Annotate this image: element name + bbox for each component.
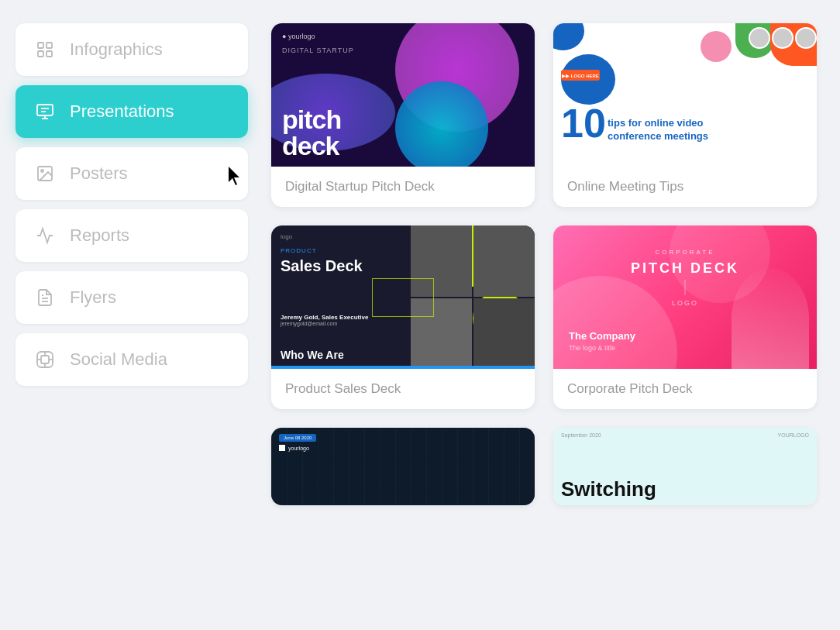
sales-title: Sales Deck	[281, 256, 363, 275]
flyers-icon	[33, 285, 57, 310]
svg-rect-2	[38, 51, 43, 57]
presentation-icon	[33, 99, 57, 124]
corporate-person-photo	[732, 268, 809, 369]
main-content: ● yourlogo digital startup pitchdeck Dig…	[263, 0, 840, 630]
thumb-product-sales: logo PRODUCT Sales Deck Jeremy Gold, Sal…	[271, 225, 535, 369]
sales-person-name: Jeremy Gold, Sales Executive	[281, 314, 368, 321]
card-label-digital-startup: Digital Startup Pitch Deck	[271, 167, 535, 207]
sidebar-item-label: Posters	[70, 164, 128, 184]
startup-logo: ● yourlogo	[282, 33, 315, 40]
building-logo-row: yourlogo	[279, 445, 309, 451]
chart-icon	[33, 37, 57, 62]
thumb-corporate-pitch: CORPORATE PITCH DECK LOGO The Company Th…	[553, 225, 817, 369]
card-switching[interactable]: September 2020 YOURLOGO Switching	[553, 428, 817, 505]
card-label-corporate-pitch: Corporate Pitch Deck	[553, 369, 817, 409]
poster-icon	[33, 161, 57, 186]
building-date: June 08 2020	[279, 434, 316, 442]
sidebar-item-label: Reports	[70, 225, 129, 246]
svg-rect-3	[46, 51, 52, 57]
reports-icon	[33, 223, 57, 248]
sales-person: Jeremy Gold, Sales Executive jeremygold@…	[281, 314, 368, 326]
bottom-partial-row: June 08 2020 yourlogo September 2020 YOU…	[271, 428, 817, 505]
corporate-company-sub: The logo & title	[569, 343, 635, 353]
sales-category: PRODUCT	[281, 247, 317, 254]
meeting-tip-text: tips for online video conference meeting…	[608, 117, 747, 143]
sidebar-item-flyers[interactable]: Flyers	[15, 271, 248, 324]
svg-rect-14	[41, 356, 49, 363]
sales-logo: logo	[281, 233, 292, 240]
sidebar-item-label: Flyers	[70, 287, 116, 308]
sidebar-item-infographics[interactable]: Infographics	[15, 23, 248, 76]
thumb-online-meeting: ▶▶ LOGO HERE 10 tips for online video co…	[553, 23, 817, 167]
startup-big-title: pitchdeck	[282, 106, 341, 159]
corporate-company: The Company The logo & title	[569, 329, 635, 353]
sidebar-item-reports[interactable]: Reports	[15, 209, 248, 262]
thumb-switching: September 2020 YOURLOGO Switching	[553, 428, 817, 505]
building-logo-text: yourlogo	[288, 446, 309, 451]
sidebar-item-presentations[interactable]: Presentations	[15, 85, 248, 138]
card-digital-startup[interactable]: ● yourlogo digital startup pitchdeck Dig…	[271, 23, 535, 207]
thumb-dark-building: June 08 2020 yourlogo	[271, 428, 535, 505]
sidebar-item-label: Social Media	[70, 349, 167, 370]
thumb-digital-startup: ● yourlogo digital startup pitchdeck	[271, 23, 535, 167]
sidebar: Infographics Presentations Posters	[0, 0, 263, 630]
sidebar-item-social-media[interactable]: Social Media	[15, 333, 248, 386]
card-corporate-pitch[interactable]: CORPORATE PITCH DECK LOGO The Company Th…	[553, 225, 817, 409]
svg-point-10	[41, 170, 43, 172]
switching-title: Switching	[561, 479, 656, 499]
sidebar-item-label: Presentations	[70, 102, 174, 122]
meeting-logo-badge: ▶▶ LOGO HERE	[561, 70, 600, 81]
switching-date: September 2020	[561, 432, 601, 438]
sidebar-item-label: Infographics	[70, 40, 163, 60]
card-label-product-sales: Product Sales Deck	[271, 369, 535, 409]
sales-section: Who We Are	[281, 349, 344, 361]
template-grid: ● yourlogo digital startup pitchdeck Dig…	[271, 23, 817, 409]
card-product-sales[interactable]: logo PRODUCT Sales Deck Jeremy Gold, Sal…	[271, 225, 535, 409]
sales-person-email: jeremygold@email.com	[281, 321, 368, 326]
corporate-company-name: The Company	[569, 329, 635, 343]
startup-subtitle: digital startup	[282, 46, 354, 54]
card-online-meeting[interactable]: ▶▶ LOGO HERE 10 tips for online video co…	[553, 23, 817, 207]
svg-rect-1	[46, 43, 52, 48]
switching-logo: YOURLOGO	[778, 432, 809, 438]
card-label-online-meeting: Online Meeting Tips	[553, 167, 817, 207]
svg-rect-0	[38, 43, 43, 48]
svg-rect-4	[37, 105, 53, 115]
sidebar-item-posters[interactable]: Posters	[15, 147, 248, 200]
social-icon	[33, 347, 57, 372]
meeting-number: 10	[561, 103, 606, 143]
corporate-category: CORPORATE	[553, 249, 817, 256]
meeting-avatars	[749, 27, 817, 49]
card-dark-building[interactable]: June 08 2020 yourlogo	[271, 428, 535, 505]
